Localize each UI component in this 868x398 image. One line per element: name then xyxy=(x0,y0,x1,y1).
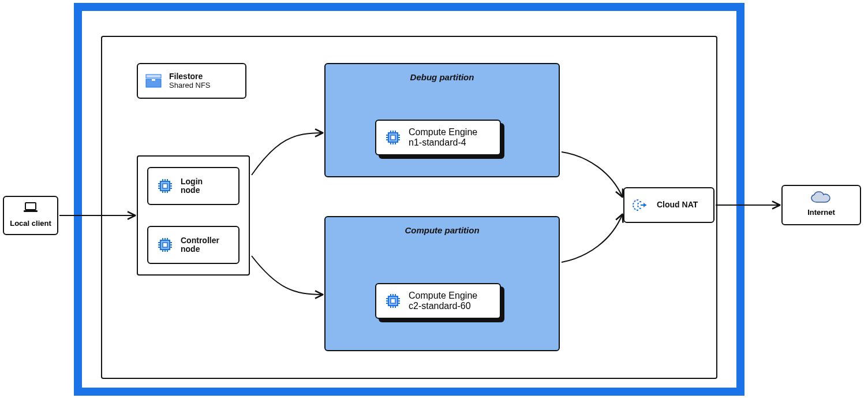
svg-rect-4 xyxy=(152,79,155,81)
cloud-nat-title: Cloud NAT xyxy=(657,200,698,209)
svg-rect-1 xyxy=(24,210,38,212)
filestore-icon xyxy=(145,72,162,90)
login-node-title: Login xyxy=(181,177,203,186)
svg-rect-0 xyxy=(25,203,36,210)
internet-card: Internet xyxy=(781,185,861,225)
login-node-card: Login node xyxy=(147,167,240,205)
chip-icon xyxy=(156,236,174,254)
filestore-title: Filestore xyxy=(169,72,211,81)
logo-light: Cloud xyxy=(142,8,185,25)
compute-engine-sub: c2-standard-60 xyxy=(409,301,477,311)
filestore-card: Filestore Shared NFS xyxy=(137,63,246,99)
internet-label: Internet xyxy=(783,208,860,217)
svg-rect-6 xyxy=(163,184,167,188)
debug-partition-title: Debug partition xyxy=(326,72,559,82)
nat-icon xyxy=(633,196,650,214)
svg-marker-62 xyxy=(643,203,646,207)
compute-engine-title: Compute Engine xyxy=(409,291,477,301)
debug-engine-sub: n1-standard-4 xyxy=(409,137,477,148)
debug-compute-engine-card: Compute Engine n1-standard-4 xyxy=(375,120,501,155)
laptop-icon xyxy=(4,202,57,217)
filestore-sub: Shared NFS xyxy=(169,81,211,90)
chip-icon xyxy=(384,129,402,146)
compute-partition-title: Compute partition xyxy=(326,225,559,235)
local-client-label: Local client xyxy=(4,219,57,228)
diagram-canvas: Google Cloud Local client Filestore Shar… xyxy=(0,0,868,398)
cloud-icon xyxy=(810,198,833,207)
controller-node-sub: node xyxy=(181,245,219,254)
logo-bold: Google xyxy=(90,8,142,25)
chip-icon xyxy=(156,177,174,195)
chip-icon xyxy=(384,292,402,310)
local-client-card: Local client xyxy=(3,196,58,235)
svg-rect-34 xyxy=(391,135,395,140)
compute-engine-card: Compute Engine c2-standard-60 xyxy=(375,283,501,319)
google-cloud-logo: Google Cloud xyxy=(90,8,185,26)
cloud-nat-card: Cloud NAT xyxy=(623,187,714,223)
debug-engine-title: Compute Engine xyxy=(409,127,477,137)
login-node-sub: node xyxy=(181,186,203,195)
svg-rect-48 xyxy=(391,299,395,303)
controller-node-card: Controller node xyxy=(147,226,240,264)
controller-node-title: Controller xyxy=(181,236,219,245)
svg-rect-20 xyxy=(163,243,167,247)
svg-rect-2 xyxy=(146,75,161,78)
